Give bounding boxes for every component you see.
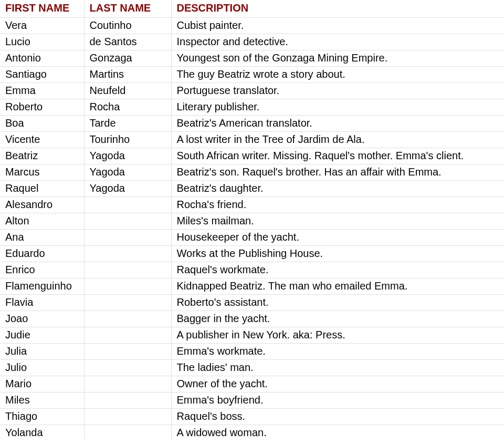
cell-description: Emma's boyfriend. [171,393,504,409]
table-row: MilesEmma's boyfriend. [0,393,504,409]
cell-last-name: Neufeld [84,83,171,99]
table-row: JulioThe ladies' man. [0,360,504,376]
table-row: FlaviaRoberto's assistant. [0,295,504,311]
table-row: AntonioGonzagaYoungest son of the Gonzag… [0,50,504,67]
cell-last-name [84,213,171,230]
cell-first-name: Flavia [0,295,84,311]
table-row: Luciode SantosInspector and detective. [0,34,504,50]
table-row: JoaoBagger in the yacht. [0,311,504,327]
cell-last-name [84,344,171,360]
cell-first-name: Judie [0,327,84,344]
cell-last-name [84,295,171,311]
cell-first-name: Alesandro [0,197,84,213]
cell-description: Works at the Publishing House. [171,246,504,262]
table-row: BeatrizYagodaSouth African writer. Missi… [0,148,504,164]
table-row: EnricoRaquel's workmate. [0,262,504,278]
table-row: EmmaNeufeldPortuguese translator. [0,83,504,99]
table-row: RobertoRochaLiterary publisher. [0,99,504,116]
header-first-name: FIRST NAME [0,0,84,18]
cell-description: A widowed woman. [171,425,504,441]
table-row: VicenteTourinhoA lost writer in the Tree… [0,132,504,148]
cell-first-name: Santiago [0,67,84,83]
table-row: BoaTardeBeatriz's American translator. [0,116,504,132]
cell-last-name [84,246,171,262]
cell-last-name [84,393,171,409]
cell-first-name: Julio [0,360,84,376]
cell-last-name: Gonzaga [84,50,171,67]
table-row: MarcusYagodaBeatriz's son. Raquel's brot… [0,164,504,181]
cell-description: Cubist painter. [171,18,504,34]
cell-first-name: Lucio [0,34,84,50]
cell-first-name: Thiago [0,409,84,425]
cell-description: Kidnapped Beatriz. The man who emailed E… [171,278,504,295]
cell-description: Raquel's boss. [171,409,504,425]
header-description: DESCRIPTION [171,0,504,18]
table-row: YolandaA widowed woman. [0,425,504,441]
cell-last-name [84,425,171,441]
cell-first-name: Miles [0,393,84,409]
cell-last-name [84,197,171,213]
cell-description: Owner of the yacht. [171,376,504,393]
cell-first-name: Raquel [0,181,84,197]
cell-first-name: Flamenguinho [0,278,84,295]
cell-description: Beatriz's daughter. [171,181,504,197]
table-row: FlamenguinhoKidnapped Beatriz. The man w… [0,278,504,295]
table-row: AltonMiles's mailman. [0,213,504,230]
cell-description: The ladies' man. [171,360,504,376]
cell-last-name: Martins [84,67,171,83]
cell-last-name [84,262,171,278]
cell-last-name: Yagoda [84,181,171,197]
cell-last-name: Yagoda [84,164,171,181]
cell-description: Beatriz's son. Raquel's brother. Has an … [171,164,504,181]
cell-description: Raquel's workmate. [171,262,504,278]
cell-last-name: Tarde [84,116,171,132]
cell-description: South African writer. Missing. Raquel's … [171,148,504,164]
cell-first-name: Yolanda [0,425,84,441]
cell-last-name: de Santos [84,34,171,50]
cell-first-name: Antonio [0,50,84,67]
cell-last-name [84,311,171,327]
cell-first-name: Boa [0,116,84,132]
cell-first-name: Alton [0,213,84,230]
table-row: MarioOwner of the yacht. [0,376,504,393]
cell-description: Bagger in the yacht. [171,311,504,327]
cell-description: A publisher in New York. aka: Press. [171,327,504,344]
cell-first-name: Roberto [0,99,84,116]
cell-description: Miles's mailman. [171,213,504,230]
cell-description: The guy Beatriz wrote a story about. [171,67,504,83]
cell-description: Housekeeper of the yacht. [171,230,504,246]
cell-last-name [84,360,171,376]
cell-last-name: Yagoda [84,148,171,164]
table-row: AnaHousekeeper of the yacht. [0,230,504,246]
cell-last-name [84,230,171,246]
table-row: RaquelYagodaBeatriz's daughter. [0,181,504,197]
cell-first-name: Joao [0,311,84,327]
cell-last-name: Tourinho [84,132,171,148]
table-row: ThiagoRaquel's boss. [0,409,504,425]
cell-last-name: Coutinho [84,18,171,34]
table-row: AlesandroRocha's friend. [0,197,504,213]
table-row: EduardoWorks at the Publishing House. [0,246,504,262]
cell-description: Portuguese translator. [171,83,504,99]
cell-description: Youngest son of the Gonzaga Mining Empir… [171,50,504,67]
cell-first-name: Beatriz [0,148,84,164]
cell-last-name [84,278,171,295]
cell-description: Rocha's friend. [171,197,504,213]
cell-last-name [84,376,171,393]
cell-first-name: Mario [0,376,84,393]
cell-first-name: Emma [0,83,84,99]
cell-last-name: Rocha [84,99,171,116]
cell-first-name: Vicente [0,132,84,148]
cell-first-name: Vera [0,18,84,34]
cell-first-name: Marcus [0,164,84,181]
table-row: SantiagoMartinsThe guy Beatriz wrote a s… [0,67,504,83]
table-row: JuliaEmma's workmate. [0,344,504,360]
cell-first-name: Ana [0,230,84,246]
cell-first-name: Eduardo [0,246,84,262]
cell-description: Roberto's assistant. [171,295,504,311]
header-last-name: LAST NAME [84,0,171,18]
cell-description: Inspector and detective. [171,34,504,50]
cell-last-name [84,327,171,344]
cell-description: Emma's workmate. [171,344,504,360]
cell-first-name: Julia [0,344,84,360]
